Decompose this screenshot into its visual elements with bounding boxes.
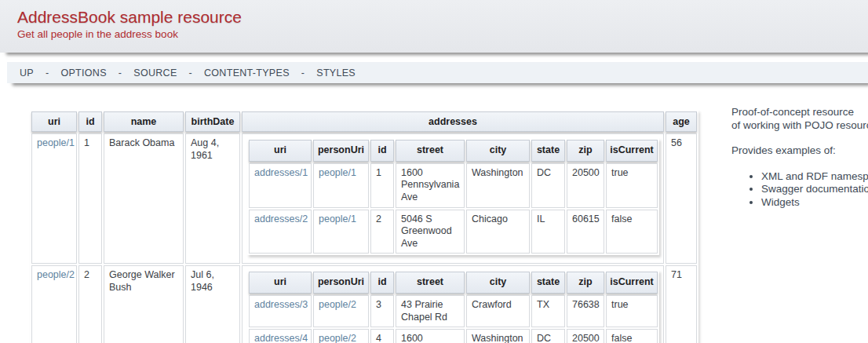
person-id-cell: 1 (78, 133, 102, 264)
address-iscurrent-cell: false (606, 210, 658, 254)
addr-col-personuri: personUri (313, 140, 369, 162)
person-name-cell: George Walker Bush (104, 265, 184, 343)
address-uri-cell: addresses/1 (249, 163, 312, 208)
addr-col-street: street (396, 140, 465, 162)
addr-col-uri: uri (249, 272, 312, 294)
address-uri-link[interactable]: addresses/1 (254, 167, 308, 178)
address-city-cell: Washington (466, 329, 530, 343)
page-subtitle: Get all people in the address book (17, 28, 868, 40)
addr-col-id: id (370, 272, 394, 294)
side-note-heading: Provides examples of: (731, 144, 868, 158)
side-note-bullet-list: XML and RDF namespaces Swagger documenta… (731, 170, 868, 210)
people-col-id: id (78, 111, 102, 132)
address-city-cell: Crawford (466, 295, 530, 327)
person-uri-cell: people/2 (31, 265, 77, 343)
addr-col-state: state (531, 140, 565, 162)
address-city-cell: Washington (466, 163, 530, 208)
addr-col-zip: zip (567, 140, 604, 162)
people-header-row: uri id name birthDate addresses age (31, 111, 697, 132)
addresses-header-row: uri personUri id street city state zip i… (249, 140, 658, 162)
address-street-cell: 1600 Pennsylvania Ave (396, 163, 465, 208)
address-row: addresses/4 people/2 4 1600 Pennsylvania… (249, 329, 658, 343)
nav-separator: - (119, 68, 122, 78)
side-note-bullet: XML and RDF namespaces (761, 170, 868, 184)
person-age-cell: 56 (666, 133, 697, 264)
addr-col-zip: zip (567, 272, 604, 294)
address-id-cell: 2 (370, 210, 394, 254)
address-state-cell: DC (531, 329, 565, 343)
address-zip-cell: 20500 (567, 329, 604, 343)
address-personuri-link[interactable]: people/1 (319, 213, 356, 224)
people-table: uri id name birthDate addresses age peop… (30, 110, 698, 343)
address-state-cell: DC (531, 163, 565, 208)
person-addresses-cell: uri personUri id street city state zip i… (242, 133, 664, 264)
address-zip-cell: 60615 (567, 210, 604, 254)
nav-item-content-types[interactable]: CONTENT-TYPES (204, 68, 290, 78)
address-id-cell: 1 (370, 163, 394, 208)
people-col-addresses: addresses (242, 111, 664, 132)
person-birthdate-cell: Jul 6, 1946 (185, 265, 240, 343)
addr-col-city: city (466, 140, 530, 162)
addr-col-id: id (370, 140, 394, 162)
address-personuri-link[interactable]: people/2 (319, 299, 356, 310)
side-note-text: Proof-of-concept resource (731, 106, 868, 119)
nav-bar: UP - OPTIONS - SOURCE - CONTENT-TYPES - … (7, 62, 868, 83)
address-uri-link[interactable]: addresses/3 (254, 299, 308, 310)
addresses-table: uri personUri id street city state zip i… (247, 270, 659, 343)
address-uri-cell: addresses/2 (249, 210, 312, 254)
addr-col-city: city (466, 272, 530, 294)
address-row: addresses/2 people/1 2 5046 S Greenwood … (249, 210, 658, 254)
person-birthdate-cell: Aug 4, 1961 (185, 133, 240, 264)
nav-item-source[interactable]: SOURCE (133, 68, 177, 78)
side-note-text: of working with POJO resources (731, 119, 868, 133)
person-id-cell: 2 (78, 265, 102, 343)
address-state-cell: TX (531, 295, 565, 327)
person-uri-link[interactable]: people/1 (37, 137, 75, 148)
person-row: people/1 1 Barack Obama Aug 4, 1961 (31, 133, 697, 264)
address-uri-link[interactable]: addresses/4 (254, 333, 308, 343)
nav-separator: - (301, 68, 305, 78)
person-uri-cell: people/1 (31, 133, 77, 264)
address-city-cell: Chicago (466, 210, 530, 254)
address-uri-cell: addresses/3 (249, 295, 312, 327)
side-note: Proof-of-concept resource of working wit… (731, 106, 868, 209)
people-col-uri: uri (31, 111, 77, 132)
address-uri-cell: addresses/4 (249, 329, 312, 343)
address-state-cell: IL (531, 210, 565, 254)
person-name-cell: Barack Obama (104, 133, 184, 264)
person-age-cell: 71 (666, 265, 697, 343)
addresses-header-row: uri personUri id street city state zip i… (249, 272, 658, 294)
address-personuri-link[interactable]: people/1 (319, 167, 356, 178)
address-personuri-link[interactable]: people/2 (319, 333, 356, 343)
people-col-name: name (104, 111, 184, 132)
address-iscurrent-cell: true (606, 163, 658, 208)
address-row: addresses/3 people/2 3 43 Prairie Chapel… (249, 295, 658, 327)
address-uri-link[interactable]: addresses/2 (254, 213, 308, 224)
person-addresses-cell: uri personUri id street city state zip i… (242, 265, 664, 343)
addr-col-state: state (531, 272, 565, 294)
addr-col-iscurrent: isCurrent (606, 272, 658, 294)
person-uri-link[interactable]: people/2 (37, 269, 75, 280)
nav-separator: - (189, 68, 192, 78)
side-note-bullet: Swagger documentation (761, 183, 868, 196)
addr-col-uri: uri (249, 140, 312, 162)
people-col-birthdate: birthDate (185, 111, 240, 132)
addr-col-street: street (396, 272, 465, 294)
nav-separator: - (46, 68, 49, 78)
address-id-cell: 3 (370, 295, 394, 327)
nav-item-up[interactable]: UP (20, 68, 34, 78)
main-content: uri id name birthDate addresses age peop… (30, 110, 698, 343)
address-personuri-cell: people/2 (313, 329, 369, 343)
address-street-cell: 43 Prairie Chapel Rd (396, 295, 465, 327)
addr-col-iscurrent: isCurrent (606, 140, 658, 162)
address-zip-cell: 76638 (567, 295, 604, 327)
person-row: people/2 2 George Walker Bush Jul 6, 194… (31, 265, 697, 343)
address-personuri-cell: people/1 (313, 210, 369, 254)
addr-col-personuri: personUri (313, 272, 369, 294)
side-note-bullet: Widgets (761, 196, 868, 210)
page-title: AddressBook sample resource (0, 0, 868, 27)
people-col-age: age (666, 111, 697, 132)
address-street-cell: 1600 Pennsylvania Ave (396, 329, 465, 343)
nav-item-styles[interactable]: STYLES (316, 68, 356, 78)
nav-item-options[interactable]: OPTIONS (60, 68, 106, 78)
